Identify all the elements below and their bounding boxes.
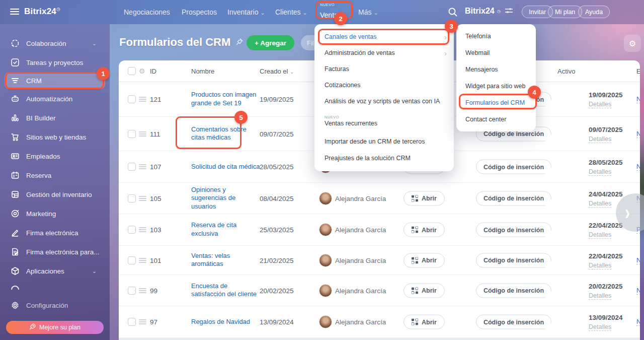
form-name-link[interactable]: Comentarios sobre citas médicas bbox=[191, 125, 260, 142]
submenu-item-widget-sitio-web[interactable]: Widget para sitio web bbox=[456, 78, 536, 94]
mi-plan-button[interactable]: Mi plan bbox=[548, 6, 582, 18]
sidebar-item-tareas[interactable]: Tareas y proyectos bbox=[0, 53, 110, 72]
drag-handle[interactable] bbox=[139, 226, 146, 233]
form-name-link[interactable]: Opiniones y sugerencias de usuarios bbox=[191, 186, 260, 211]
row-author[interactable]: Alejandra García bbox=[335, 287, 386, 294]
abrir-button[interactable]: Abrir bbox=[404, 253, 445, 267]
truncated-link[interactable]: N bbox=[636, 130, 640, 138]
table-bottom-scrollbar[interactable] bbox=[119, 338, 640, 340]
page-settings-gear-icon[interactable]: ⚙ bbox=[624, 35, 641, 52]
codigo-insercion-button[interactable]: Código de inserción bbox=[476, 315, 551, 329]
row-checkbox[interactable] bbox=[128, 226, 136, 234]
row-author[interactable]: Alejandra García bbox=[335, 226, 386, 234]
nav-clientes[interactable]: Clientes⌄ bbox=[275, 0, 307, 24]
form-name-link[interactable]: Ventas: velas aromáticas bbox=[191, 252, 260, 268]
add-form-button[interactable]: + Agregar bbox=[247, 35, 294, 50]
avatar[interactable] bbox=[319, 315, 332, 328]
menu-item-administracion-de-ventas[interactable]: Administración de ventas› bbox=[314, 45, 454, 61]
upgrade-plan-button[interactable]: Mejore su plan bbox=[6, 321, 104, 334]
drag-handle[interactable] bbox=[139, 195, 146, 202]
truncated-link[interactable]: N bbox=[636, 163, 640, 171]
row-author[interactable]: Alejandra García bbox=[335, 318, 386, 326]
avatar[interactable] bbox=[319, 192, 332, 205]
detalles-link[interactable]: Detalles bbox=[589, 168, 611, 176]
hamburger-menu-icon[interactable] bbox=[10, 9, 19, 15]
detalles-link[interactable]: Detalles bbox=[589, 200, 611, 208]
app-logo[interactable]: Bitrix24◷ bbox=[24, 7, 60, 17]
codigo-insercion-button[interactable]: Código de inserción bbox=[476, 283, 551, 298]
row-checkbox[interactable] bbox=[128, 287, 136, 295]
row-author[interactable]: Alejandra García bbox=[335, 194, 386, 202]
codigo-insercion-button[interactable]: Código de inserción bbox=[476, 191, 551, 206]
pin-icon[interactable] bbox=[235, 36, 244, 49]
abrir-button[interactable]: Abrir bbox=[404, 191, 445, 206]
codigo-insercion-button[interactable]: Código de inserción bbox=[476, 223, 551, 237]
submenu-item-telefonia[interactable]: Telefonía bbox=[456, 28, 536, 44]
drag-handle[interactable] bbox=[139, 257, 146, 264]
row-author[interactable]: Alejandra García bbox=[335, 256, 386, 264]
sidebar-item-bi-builder[interactable]: BI Builder bbox=[0, 108, 110, 127]
sidebar-item-firma-electronica[interactable]: Firma electrónica bbox=[0, 223, 110, 242]
sidebar-item-inventario[interactable]: Gestión del inventario bbox=[0, 185, 110, 204]
avatar[interactable] bbox=[319, 284, 332, 297]
abrir-button[interactable]: Abrir bbox=[404, 283, 445, 298]
row-checkbox[interactable] bbox=[128, 194, 136, 202]
truncated-link[interactable]: N bbox=[636, 318, 640, 326]
row-checkbox[interactable] bbox=[128, 256, 136, 264]
sidebar-item-marketing[interactable]: Marketing bbox=[0, 204, 110, 223]
form-name-link[interactable]: Regalos de Navidad bbox=[191, 318, 260, 326]
menu-item-ventas-recurrentes[interactable]: NUEVOVentas recurrentes bbox=[314, 109, 454, 132]
sidebar-item-reserva[interactable]: Reserva bbox=[0, 166, 110, 185]
column-header-id[interactable]: ID bbox=[150, 67, 156, 75]
sidebar-item-configuracion[interactable]: Configuración bbox=[0, 296, 110, 315]
submenu-item-webmail[interactable]: Webmail bbox=[456, 44, 536, 61]
menu-item-importar-crm[interactable]: Importar desde un CRM de terceros bbox=[314, 132, 454, 150]
row-checkbox[interactable] bbox=[128, 318, 136, 326]
nav-negociaciones[interactable]: Negociaciones bbox=[124, 0, 170, 24]
detalles-link[interactable]: Detalles bbox=[589, 323, 611, 331]
sliders-icon[interactable] bbox=[505, 7, 513, 16]
sidebar-item-empleados[interactable]: Empleados bbox=[0, 147, 110, 166]
column-header-activo[interactable]: Activo bbox=[557, 67, 575, 75]
nav-ventas[interactable]: Ventas⌄ bbox=[320, 3, 348, 23]
drag-handle[interactable] bbox=[139, 163, 146, 170]
drag-handle[interactable] bbox=[139, 318, 146, 325]
menu-item-facturas[interactable]: Facturas bbox=[314, 61, 454, 77]
row-checkbox[interactable] bbox=[128, 95, 136, 103]
form-name-link[interactable]: Reserva de cita exclusiva bbox=[191, 221, 260, 238]
sidebar-item-colaboracion[interactable]: Colaboración ⌄ bbox=[0, 34, 110, 53]
detalles-link[interactable]: Detalles bbox=[589, 231, 611, 239]
account-name[interactable]: Bitrix24◷ bbox=[465, 7, 513, 16]
drag-handle[interactable] bbox=[139, 96, 146, 103]
detalles-link[interactable]: Detalles bbox=[589, 135, 611, 143]
menu-item-canales-de-ventas[interactable]: Canales de ventas› bbox=[314, 29, 454, 45]
menu-item-analisis-de-voz[interactable]: Análisis de voz y scripts de ventas con … bbox=[314, 93, 454, 109]
form-name-link[interactable]: Encuesta de satisfacción del cliente bbox=[191, 282, 260, 299]
column-settings-gear-icon[interactable]: ⚙ bbox=[139, 67, 145, 75]
submenu-item-contact-center[interactable]: Contact center bbox=[456, 111, 536, 127]
abrir-button[interactable]: Abrir bbox=[404, 315, 445, 329]
menu-item-preajustes[interactable]: Preajustes de la solución CRM bbox=[314, 150, 454, 166]
nav-mas[interactable]: Más⌄ bbox=[358, 0, 378, 24]
column-header-nombre[interactable]: Nombre bbox=[191, 67, 260, 75]
submenu-item-formularios-crm[interactable]: Formularios del CRM bbox=[456, 94, 536, 111]
avatar[interactable] bbox=[319, 223, 332, 236]
avatar[interactable] bbox=[319, 254, 332, 267]
select-all-checkbox[interactable] bbox=[128, 67, 136, 75]
drag-handle[interactable] bbox=[139, 287, 146, 294]
sidebar-item-crm[interactable]: CRM bbox=[5, 72, 105, 89]
truncated-link[interactable]: N bbox=[636, 256, 640, 264]
codigo-insercion-button[interactable]: Código de inserción bbox=[476, 253, 551, 267]
nav-inventario[interactable]: Inventario⌄ bbox=[227, 0, 265, 24]
sidebar-item-aplicaciones[interactable]: Aplicaciones ⌄ bbox=[0, 261, 110, 281]
form-name-link[interactable]: Productos con imagen grande de Set 19 bbox=[191, 91, 260, 107]
sidebar-item-automatizacion[interactable]: Automatización bbox=[0, 89, 110, 108]
submenu-item-mensajeros[interactable]: Mensajeros bbox=[456, 61, 536, 78]
drag-handle[interactable] bbox=[139, 130, 146, 138]
sidebar-item-firma-electronica-para[interactable]: Firma electrónica para... bbox=[0, 242, 110, 261]
sidebar-item-sitios-web[interactable]: Sitios web y tiendas bbox=[0, 127, 110, 147]
menu-item-cotizaciones[interactable]: Cotizaciones bbox=[314, 77, 454, 93]
row-checkbox[interactable] bbox=[128, 130, 136, 138]
detalles-link[interactable]: Detalles bbox=[589, 292, 611, 300]
nav-prospectos[interactable]: Prospectos bbox=[182, 0, 217, 24]
